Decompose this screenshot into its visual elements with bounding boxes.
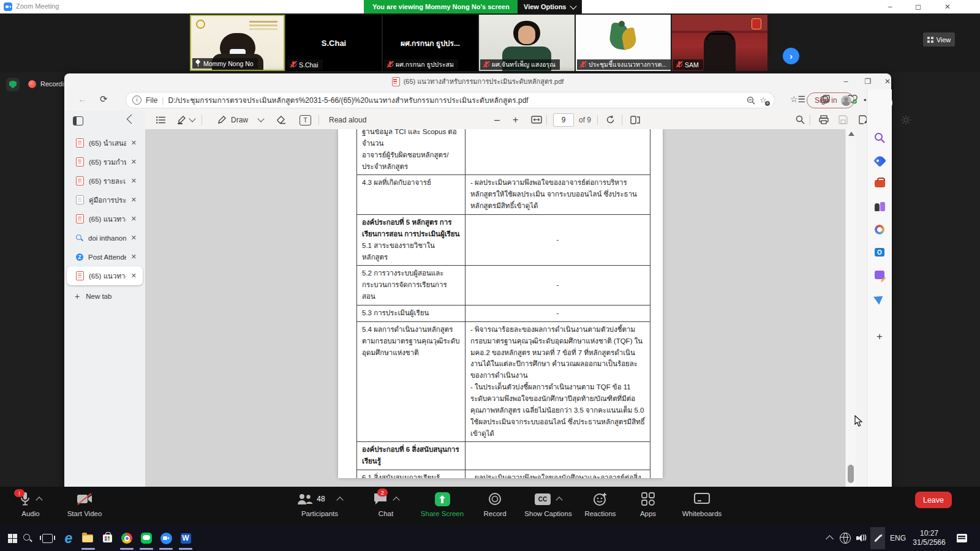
- collapse-pane-icon[interactable]: [127, 114, 137, 124]
- add-favorite-icon[interactable]: ☆+: [760, 96, 768, 105]
- chat-options-chevron[interactable]: [393, 497, 399, 503]
- draw-pen-icon[interactable]: [217, 110, 227, 129]
- tab-item[interactable]: (65) รายละเอีย ✕: [67, 171, 143, 190]
- volume-icon[interactable]: [854, 531, 869, 545]
- tab-actions-menu-icon[interactable]: [73, 116, 83, 126]
- video-tile-korkanok[interactable]: ผศ.กรกนก ธูปปร... ผศ.กรกนก ธูปประสม: [383, 15, 478, 71]
- close-tab-icon[interactable]: ✕: [131, 234, 137, 242]
- eraser-icon[interactable]: [277, 110, 287, 129]
- site-info-icon[interactable]: i: [132, 96, 141, 105]
- close-tab-icon[interactable]: ✕: [131, 177, 137, 185]
- browser-minimize-button[interactable]: –: [837, 76, 854, 87]
- start-video-button[interactable]: Start Video: [48, 491, 121, 517]
- pdf-settings-gear-icon[interactable]: [901, 110, 911, 129]
- tab-item[interactable]: คู่มือการประกัน ✕: [67, 190, 143, 209]
- chrome-taskbar-icon[interactable]: [119, 531, 134, 545]
- sidebar-microsoft-365-icon[interactable]: [873, 223, 886, 236]
- favorites-icon[interactable]: ☆☰: [790, 94, 805, 104]
- scrollbar-thumb[interactable]: [848, 465, 854, 483]
- print-icon[interactable]: [819, 110, 829, 129]
- zoom-in-icon[interactable]: +: [513, 110, 518, 129]
- action-center-icon[interactable]: [954, 531, 969, 545]
- taskbar-search-icon[interactable]: [20, 531, 35, 545]
- sidebar-add-icon[interactable]: +: [873, 330, 886, 343]
- edge-taskbar-icon[interactable]: e: [61, 531, 76, 545]
- participants-options-chevron[interactable]: [336, 497, 343, 503]
- chevron-down-icon[interactable]: [190, 110, 195, 129]
- zoom-close-button[interactable]: ✕: [938, 1, 957, 12]
- tab-item[interactable]: Z Post Attende ✕: [67, 247, 143, 266]
- close-tab-icon[interactable]: ✕: [131, 272, 137, 280]
- tab-item[interactable]: (65) รวมกำหน ✕: [67, 152, 143, 171]
- tab-item[interactable]: (65) แนวทางส ✕: [67, 209, 143, 228]
- chevron-down-icon[interactable]: [258, 110, 263, 129]
- tab-item[interactable]: (65) นำเสนอ ป ✕: [67, 133, 143, 152]
- video-tile-schai[interactable]: S.Chai S.Chai: [286, 15, 382, 71]
- highlighter-icon[interactable]: [177, 110, 186, 129]
- active-tab[interactable]: (65) แนวทางสำหรับกรรมการประเมินระดับหลัก…: [64, 73, 891, 89]
- file-explorer-icon[interactable]: [80, 531, 95, 545]
- close-tab-icon[interactable]: ✕: [131, 158, 137, 166]
- rotate-icon[interactable]: [606, 110, 615, 129]
- read-aloud-button[interactable]: Read aloud: [329, 110, 366, 129]
- close-tab-icon[interactable]: ✕: [131, 253, 137, 261]
- view-options-button[interactable]: View Options: [518, 0, 582, 13]
- sidebar-outlook-icon[interactable]: O: [873, 246, 886, 259]
- sidebar-shopping-icon[interactable]: [873, 154, 886, 167]
- windows-ink-pen-icon[interactable]: [870, 527, 885, 549]
- whiteboards-button[interactable]: Whiteboards: [665, 491, 739, 517]
- sidebar-games-icon[interactable]: [873, 200, 886, 213]
- network-globe-icon[interactable]: [838, 531, 853, 545]
- refresh-icon[interactable]: ⟳: [100, 94, 108, 105]
- close-tab-icon[interactable]: ✕: [131, 196, 137, 204]
- zoom-maximize-button[interactable]: ◻: [909, 1, 927, 12]
- zoom-page-icon[interactable]: [747, 96, 755, 105]
- video-tile-mommy-nong-no[interactable]: Mommy Nong No: [190, 15, 285, 71]
- sidebar-search-icon[interactable]: [873, 131, 886, 144]
- browser-restore-button[interactable]: ❐: [859, 76, 876, 87]
- new-tab-button[interactable]: + New tab: [64, 285, 145, 301]
- zoom-minimize-button[interactable]: –: [881, 1, 899, 12]
- close-tab-icon[interactable]: ✕: [131, 215, 137, 223]
- video-tile-sam[interactable]: SAM: [672, 15, 767, 71]
- address-bar[interactable]: i File | D:/ประชุมกรรมการตรวจประเมินหลัก…: [126, 92, 775, 108]
- vertical-scrollbar[interactable]: [845, 129, 856, 487]
- video-tile-chanpen[interactable]: ผศ.จันทร์เพ็ญ แสงอรุณ: [479, 15, 575, 71]
- tray-overflow-chevron[interactable]: [826, 535, 834, 543]
- table-of-contents-icon[interactable]: [156, 110, 165, 129]
- fit-to-width-icon[interactable]: [531, 110, 542, 129]
- microsoft-store-icon[interactable]: [100, 531, 115, 545]
- start-button[interactable]: [5, 531, 20, 545]
- scroll-up-arrow[interactable]: [848, 132, 854, 136]
- draw-label[interactable]: Draw: [231, 110, 248, 129]
- taskbar-clock[interactable]: 10:27 31/5/2566: [911, 529, 948, 547]
- sign-in-button[interactable]: Sign in: [807, 92, 854, 108]
- page-view-icon[interactable]: [630, 110, 640, 129]
- zoom-security-shield-icon[interactable]: [6, 78, 20, 91]
- close-tab-icon[interactable]: ✕: [131, 139, 137, 147]
- tab-item-active[interactable]: (65) แนวทางส ✕: [67, 266, 143, 285]
- search-document-icon[interactable]: [796, 110, 805, 129]
- audio-options-chevron[interactable]: [36, 497, 42, 503]
- back-icon[interactable]: ←: [78, 94, 87, 104]
- word-taskbar-icon[interactable]: W: [178, 531, 193, 545]
- add-text-icon[interactable]: T: [300, 115, 311, 126]
- language-indicator[interactable]: ENG: [890, 534, 906, 542]
- line-taskbar-icon[interactable]: [139, 531, 154, 545]
- participants-button[interactable]: 48 Participants: [283, 491, 356, 517]
- browser-close-button[interactable]: ✕: [879, 76, 896, 87]
- captions-options-chevron[interactable]: [556, 497, 562, 503]
- sidebar-drop-icon[interactable]: [873, 291, 886, 305]
- tab-item[interactable]: doi inthanon ✕: [67, 228, 143, 247]
- sidebar-tools-icon[interactable]: [873, 177, 886, 190]
- pdf-document-area[interactable]: ฐานข้อมูล TCI และ Scopus ต่อจำนวน อาจารย…: [145, 129, 856, 487]
- view-layout-button[interactable]: View: [923, 32, 955, 47]
- leave-button[interactable]: Leave: [915, 492, 952, 508]
- zoom-taskbar-icon[interactable]: [159, 531, 173, 545]
- task-view-icon[interactable]: [40, 531, 55, 545]
- next-participants-button[interactable]: ›: [783, 48, 799, 64]
- zoom-out-icon[interactable]: –: [494, 110, 500, 129]
- page-number-input[interactable]: 9: [553, 110, 574, 129]
- video-tile-meeting-logo[interactable]: ประชุมชี้แจงแนวทางการต...: [576, 15, 671, 71]
- sidebar-designer-icon[interactable]: [873, 268, 886, 282]
